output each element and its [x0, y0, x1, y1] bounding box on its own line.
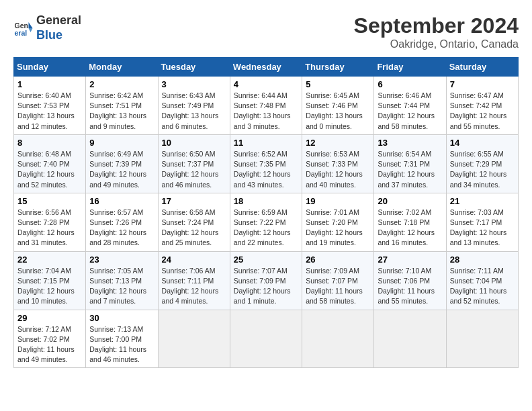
day-info: Sunrise: 6:45 AM Sunset: 7:46 PM Dayligh…: [306, 91, 370, 132]
day-info: Sunrise: 6:46 AM Sunset: 7:44 PM Dayligh…: [378, 91, 442, 132]
title-area: September 2024 Oakridge, Ontario, Canada: [354, 13, 519, 50]
day-info: Sunrise: 7:05 AM Sunset: 7:13 PM Dayligh…: [89, 266, 154, 307]
day-number: 23: [89, 255, 154, 265]
day-info: Sunrise: 7:03 AM Sunset: 7:17 PM Dayligh…: [450, 208, 515, 248]
day-info: Sunrise: 6:50 AM Sunset: 7:37 PM Dayligh…: [162, 149, 226, 190]
day-number: 3: [162, 79, 226, 89]
day-info: Sunrise: 7:02 AM Sunset: 7:18 PM Dayligh…: [378, 208, 442, 248]
table-row: 23 Sunrise: 7:05 AM Sunset: 7:13 PM Dayl…: [86, 251, 158, 310]
day-info: Sunrise: 7:11 AM Sunset: 7:04 PM Dayligh…: [450, 266, 515, 307]
table-row: 2 Sunrise: 6:42 AM Sunset: 7:51 PM Dayli…: [86, 77, 158, 135]
calendar-table: Sunday Monday Tuesday Wednesday Thursday…: [13, 57, 519, 368]
day-number: 7: [450, 79, 515, 89]
table-row: 26 Sunrise: 7:09 AM Sunset: 7:07 PM Dayl…: [302, 251, 374, 310]
table-row: 12 Sunrise: 6:53 AM Sunset: 7:33 PM Dayl…: [302, 134, 374, 193]
table-row: 4 Sunrise: 6:44 AM Sunset: 7:48 PM Dayli…: [230, 77, 302, 135]
day-info: Sunrise: 7:10 AM Sunset: 7:06 PM Dayligh…: [378, 266, 442, 307]
month-title: September 2024: [354, 13, 519, 38]
table-row: 24 Sunrise: 7:06 AM Sunset: 7:11 PM Dayl…: [158, 251, 230, 310]
table-row: 27 Sunrise: 7:10 AM Sunset: 7:06 PM Dayl…: [374, 251, 446, 310]
table-row: [374, 310, 446, 368]
table-row: 3 Sunrise: 6:43 AM Sunset: 7:49 PM Dayli…: [158, 77, 230, 135]
day-number: 12: [306, 138, 370, 148]
day-number: 18: [234, 196, 298, 206]
table-row: 10 Sunrise: 6:50 AM Sunset: 7:37 PM Dayl…: [158, 134, 230, 193]
day-number: 25: [234, 255, 298, 265]
table-row: 18 Sunrise: 6:59 AM Sunset: 7:22 PM Dayl…: [230, 193, 302, 251]
table-row: 8 Sunrise: 6:48 AM Sunset: 7:40 PM Dayli…: [14, 134, 86, 193]
day-number: 30: [89, 313, 154, 323]
table-row: 21 Sunrise: 7:03 AM Sunset: 7:17 PM Dayl…: [446, 193, 518, 251]
table-row: 9 Sunrise: 6:49 AM Sunset: 7:39 PM Dayli…: [86, 134, 158, 193]
day-info: Sunrise: 6:44 AM Sunset: 7:48 PM Dayligh…: [234, 91, 298, 132]
page-header: Gen eral General Blue September 2024 Oak…: [13, 13, 519, 50]
day-number: 13: [378, 138, 442, 148]
header-sunday: Sunday: [14, 58, 86, 77]
day-info: Sunrise: 6:59 AM Sunset: 7:22 PM Dayligh…: [234, 208, 298, 248]
table-row: 1 Sunrise: 6:40 AM Sunset: 7:53 PM Dayli…: [14, 77, 86, 135]
day-number: 6: [378, 79, 442, 89]
calendar-week-row: 8 Sunrise: 6:48 AM Sunset: 7:40 PM Dayli…: [14, 134, 519, 193]
day-info: Sunrise: 6:40 AM Sunset: 7:53 PM Dayligh…: [17, 91, 82, 132]
header-monday: Monday: [86, 58, 158, 77]
day-number: 4: [234, 79, 298, 89]
day-info: Sunrise: 6:49 AM Sunset: 7:39 PM Dayligh…: [89, 149, 154, 190]
day-info: Sunrise: 6:56 AM Sunset: 7:28 PM Dayligh…: [17, 208, 82, 248]
day-number: 22: [17, 255, 82, 265]
day-number: 11: [234, 138, 298, 148]
table-row: [446, 310, 518, 368]
table-row: 25 Sunrise: 7:07 AM Sunset: 7:09 PM Dayl…: [230, 251, 302, 310]
calendar-week-row: 1 Sunrise: 6:40 AM Sunset: 7:53 PM Dayli…: [14, 77, 519, 135]
header-wednesday: Wednesday: [230, 58, 302, 77]
logo-name: General Blue: [36, 13, 81, 42]
calendar-week-row: 15 Sunrise: 6:56 AM Sunset: 7:28 PM Dayl…: [14, 193, 519, 251]
day-number: 19: [306, 196, 370, 206]
table-row: 19 Sunrise: 7:01 AM Sunset: 7:20 PM Dayl…: [302, 193, 374, 251]
table-row: 29 Sunrise: 7:12 AM Sunset: 7:02 PM Dayl…: [14, 310, 86, 368]
day-info: Sunrise: 7:12 AM Sunset: 7:02 PM Dayligh…: [17, 324, 82, 365]
day-info: Sunrise: 6:48 AM Sunset: 7:40 PM Dayligh…: [17, 149, 82, 190]
day-number: 29: [17, 313, 82, 323]
svg-text:eral: eral: [15, 28, 28, 36]
day-number: 26: [306, 255, 370, 265]
table-row: [302, 310, 374, 368]
day-number: 17: [162, 196, 226, 206]
logo: Gen eral General Blue: [13, 13, 81, 42]
table-row: 28 Sunrise: 7:11 AM Sunset: 7:04 PM Dayl…: [446, 251, 518, 310]
weekday-header-row: Sunday Monday Tuesday Wednesday Thursday…: [14, 58, 519, 77]
day-number: 20: [378, 196, 442, 206]
table-row: 6 Sunrise: 6:46 AM Sunset: 7:44 PM Dayli…: [374, 77, 446, 135]
table-row: 30 Sunrise: 7:13 AM Sunset: 7:00 PM Dayl…: [86, 310, 158, 368]
day-number: 10: [162, 138, 226, 148]
day-number: 8: [17, 138, 82, 148]
day-info: Sunrise: 6:52 AM Sunset: 7:35 PM Dayligh…: [234, 149, 298, 190]
day-number: 2: [89, 79, 154, 89]
day-info: Sunrise: 6:57 AM Sunset: 7:26 PM Dayligh…: [89, 208, 154, 248]
day-number: 21: [450, 196, 515, 206]
location-title: Oakridge, Ontario, Canada: [354, 38, 519, 50]
table-row: 22 Sunrise: 7:04 AM Sunset: 7:15 PM Dayl…: [14, 251, 86, 310]
header-thursday: Thursday: [302, 58, 374, 77]
table-row: 17 Sunrise: 6:58 AM Sunset: 7:24 PM Dayl…: [158, 193, 230, 251]
table-row: [230, 310, 302, 368]
day-number: 1: [17, 79, 82, 89]
day-info: Sunrise: 6:43 AM Sunset: 7:49 PM Dayligh…: [162, 91, 226, 132]
day-info: Sunrise: 7:06 AM Sunset: 7:11 PM Dayligh…: [162, 266, 226, 307]
table-row: 20 Sunrise: 7:02 AM Sunset: 7:18 PM Dayl…: [374, 193, 446, 251]
header-saturday: Saturday: [446, 58, 518, 77]
table-row: 13 Sunrise: 6:54 AM Sunset: 7:31 PM Dayl…: [374, 134, 446, 193]
day-info: Sunrise: 7:13 AM Sunset: 7:00 PM Dayligh…: [89, 324, 154, 365]
day-info: Sunrise: 7:07 AM Sunset: 7:09 PM Dayligh…: [234, 266, 298, 307]
day-number: 24: [162, 255, 226, 265]
header-friday: Friday: [374, 58, 446, 77]
day-number: 27: [378, 255, 442, 265]
day-number: 5: [306, 79, 370, 89]
calendar-week-row: 29 Sunrise: 7:12 AM Sunset: 7:02 PM Dayl…: [14, 310, 519, 368]
logo-line1: General: [36, 13, 81, 28]
day-info: Sunrise: 6:42 AM Sunset: 7:51 PM Dayligh…: [89, 91, 154, 132]
table-row: 5 Sunrise: 6:45 AM Sunset: 7:46 PM Dayli…: [302, 77, 374, 135]
calendar-body: 1 Sunrise: 6:40 AM Sunset: 7:53 PM Dayli…: [14, 77, 519, 368]
table-row: 15 Sunrise: 6:56 AM Sunset: 7:28 PM Dayl…: [14, 193, 86, 251]
svg-marker-2: [29, 22, 33, 28]
table-row: 16 Sunrise: 6:57 AM Sunset: 7:26 PM Dayl…: [86, 193, 158, 251]
